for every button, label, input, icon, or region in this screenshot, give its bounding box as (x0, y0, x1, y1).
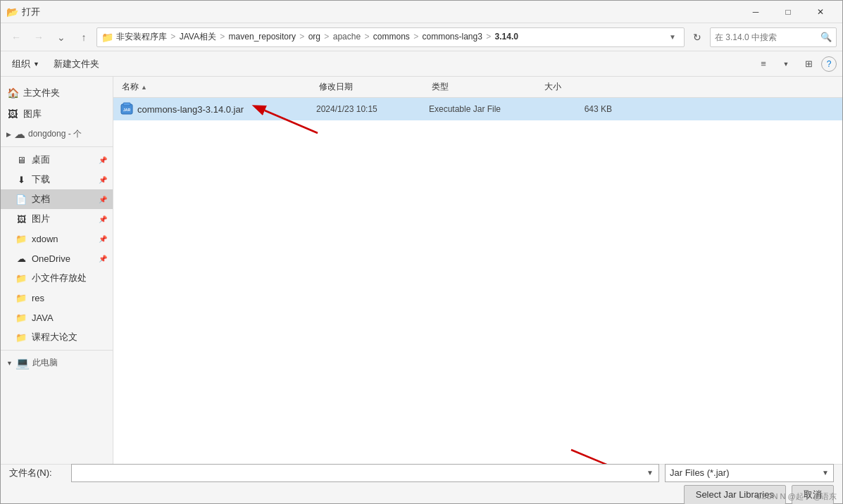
filename-dropdown-arrow[interactable]: ▼ (644, 464, 656, 482)
view-toggle-button[interactable]: ⊞ (799, 55, 818, 73)
sidebar-item-downloads[interactable]: ⬇ 下载 📌 (1, 170, 113, 189)
sidebar-item-home[interactable]: 🏠 主文件夹 (1, 82, 113, 103)
sidebar-downloads-label: 下载 (32, 173, 50, 186)
sidebar-thesis-label: 课程大论文 (32, 331, 77, 344)
new-folder-label: 新建文件夹 (54, 58, 99, 70)
sidebar-desktop-label: 桌面 (32, 153, 50, 166)
sidebar-pc-label: 此电脑 (32, 357, 58, 369)
pin-icon-desktop: 📌 (99, 156, 107, 164)
res-icon: 📁 (15, 291, 27, 304)
file-size: 643 KB (542, 104, 612, 114)
address-path: 非安装程序库 > JAVA相关 > maven_repository > org… (116, 31, 663, 43)
bottom-bar: 文件名(N): ▼ Jar Files (*.jar) ▼ Select Jar… (1, 464, 842, 503)
toolbar-right: ≡ ▼ ⊞ ? (754, 55, 837, 73)
watermark: CSDN N @起了 @语东 (756, 491, 837, 502)
desktop-icon: 🖥 (15, 153, 27, 166)
help-button[interactable]: ? (821, 56, 837, 72)
filename-input[interactable] (75, 467, 644, 478)
pin-icon-downloads: 📌 (99, 176, 107, 184)
close-button[interactable]: ✕ (804, 1, 837, 23)
title-bar-controls: ─ □ ✕ (739, 1, 837, 23)
filetype-select-text: Jar Files (*.jar) (670, 467, 822, 478)
sidebar-item-onedrive[interactable]: ☁ OneDrive 📌 (1, 248, 113, 268)
sidebar-pictures-label: 图片 (32, 213, 50, 225)
view-caret-button[interactable]: ▼ (776, 55, 796, 73)
sidebar-item-res[interactable]: 📁 res (1, 288, 113, 308)
documents-icon: 📄 (15, 193, 27, 206)
downloads-icon: ⬇ (15, 173, 27, 186)
forward-button[interactable]: → (29, 27, 49, 47)
open-file-dialog: 📂 打开 ─ □ ✕ ← → ⌄ ↑ 📁 非安装程序库 > JAVA相关 > m… (0, 0, 843, 504)
jar-file-icon: JAR (119, 101, 135, 117)
sidebar-java-label: JAVA (32, 313, 54, 323)
sidebar-small-files-label: 小文件存放处 (32, 272, 87, 284)
sidebar-item-gallery[interactable]: 🖼 图库 (1, 103, 113, 125)
sidebar-res-label: res (32, 293, 44, 303)
up-button[interactable]: ↑ (74, 27, 94, 47)
file-item[interactable]: JAR commons-lang3-3.14.0.jar 2024/1/23 1… (113, 98, 842, 120)
svg-text:JAR: JAR (123, 108, 130, 112)
sidebar-divider-1 (1, 146, 113, 147)
sidebar-item-documents[interactable]: 📄 文档 📌 (1, 189, 113, 209)
sidebar-documents-label: 文档 (32, 193, 50, 206)
pin-icon-documents: 📌 (99, 196, 107, 203)
sidebar-item-xdown[interactable]: 📁 xdown 📌 (1, 229, 113, 248)
new-folder-button[interactable]: 新建文件夹 (48, 55, 105, 73)
sidebar-item-small-files[interactable]: 📁 小文件存放处 (1, 268, 113, 288)
sidebar-item-pictures[interactable]: 🖼 图片 📌 (1, 209, 113, 229)
organize-button[interactable]: 组织 ▼ (6, 55, 45, 73)
pc-icon: 💻 (15, 356, 30, 370)
xdown-icon: 📁 (15, 232, 27, 245)
pictures-icon: 🖼 (15, 213, 27, 225)
pin-icon-pictures: 📌 (99, 215, 107, 223)
dialog-title: 打开 (22, 6, 739, 18)
file-type: Executable Jar File (429, 104, 542, 114)
search-box: 🔍 (710, 27, 837, 47)
file-name: commons-lang3-3.14.0.jar (135, 104, 316, 115)
file-list-content: JAR commons-lang3-3.14.0.jar 2024/1/23 1… (113, 98, 842, 464)
view-menu-button[interactable]: ≡ (754, 55, 773, 73)
sidebar-item-java[interactable]: 📁 JAVA (1, 308, 113, 327)
expand-button[interactable]: ⌄ (51, 27, 71, 47)
dialog-icon: 📂 (6, 6, 18, 18)
sort-arrow-name: ▲ (141, 84, 147, 91)
sidebar-cloud-label: dongdong - 个 (28, 128, 82, 140)
sidebar-section-pc[interactable]: ▼ 💻 此电脑 (1, 353, 113, 372)
java-icon: 📁 (15, 311, 27, 324)
address-box[interactable]: 📁 非安装程序库 > JAVA相关 > maven_repository > o… (96, 27, 685, 47)
sidebar-divider-2 (1, 350, 113, 351)
cloud-expand-icon: ▶ (6, 131, 11, 138)
back-button[interactable]: ← (6, 27, 26, 47)
address-dropdown-button[interactable]: ▼ (666, 27, 680, 47)
gallery-icon: 🖼 (6, 108, 19, 120)
organize-dropdown-icon: ▼ (33, 61, 39, 68)
refresh-button[interactable]: ↻ (687, 27, 707, 47)
pc-expand-icon: ▼ (6, 360, 13, 367)
filename-row: 文件名(N): ▼ Jar Files (*.jar) ▼ (9, 464, 834, 482)
sidebar-item-home-label: 主文件夹 (23, 87, 60, 99)
sidebar-item-desktop[interactable]: 🖥 桌面 📌 (1, 150, 113, 170)
sidebar-section-cloud[interactable]: ▶ ☁ dongdong - 个 (1, 125, 113, 144)
title-bar: 📂 打开 ─ □ ✕ (1, 1, 842, 23)
search-icon-button[interactable]: 🔍 (820, 32, 832, 42)
maximize-button[interactable]: □ (772, 1, 804, 23)
sidebar-onedrive-label: OneDrive (32, 253, 70, 264)
file-date: 2024/1/23 10:15 (316, 104, 429, 114)
organize-label: 组织 (12, 58, 30, 70)
pin-icon-onedrive: 📌 (99, 255, 107, 263)
address-bar-row: ← → ⌄ ↑ 📁 非安装程序库 > JAVA相关 > maven_reposi… (1, 23, 842, 51)
filetype-select-wrapper[interactable]: Jar Files (*.jar) ▼ (665, 464, 834, 482)
minimize-button[interactable]: ─ (739, 1, 772, 23)
col-header-type[interactable]: 类型 (429, 81, 542, 93)
col-header-name[interactable]: 名称 ▲ (119, 81, 316, 93)
search-input[interactable] (715, 32, 820, 42)
address-folder-icon: 📁 (101, 32, 113, 43)
sidebar-item-thesis[interactable]: 📁 课程大论文 (1, 327, 113, 347)
sidebar-xdown-label: xdown (32, 234, 58, 244)
col-header-date[interactable]: 修改日期 (316, 81, 429, 93)
action-buttons-row: Select Jar Libraries 取消 (9, 485, 834, 505)
pin-icon-xdown: 📌 (99, 235, 107, 243)
filename-label: 文件名(N): (9, 467, 65, 479)
col-header-size[interactable]: 大小 (542, 81, 612, 93)
onedrive-icon: ☁ (15, 252, 27, 265)
